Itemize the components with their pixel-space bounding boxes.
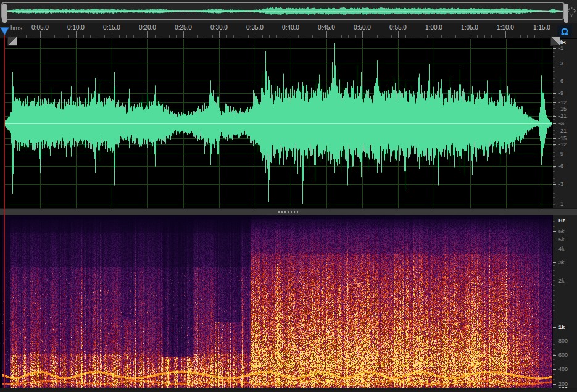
ruler-tick (284, 35, 284, 38)
scale-minor-tick (553, 145, 555, 146)
scale-minor-tick (553, 160, 555, 161)
hz-scale[interactable]: Hz 6k5k4k3k2k1k800600400200100 (553, 215, 577, 388)
scale-minor-tick (553, 193, 555, 194)
scale-label: -∞ (558, 120, 564, 127)
scale-label: -1 (558, 201, 563, 207)
ruler-tick (513, 35, 513, 38)
ruler-tick (248, 35, 249, 38)
scale-minor-tick (553, 340, 555, 340)
corner-grabber-right-icon[interactable] (550, 36, 560, 46)
scale-minor-tick (553, 251, 555, 251)
ruler-tick (377, 35, 378, 38)
scale-minor-tick (553, 141, 555, 142)
scale-label: 6k (558, 228, 565, 235)
ruler-tick (455, 35, 456, 38)
scale-minor-tick (553, 275, 555, 276)
scale-tick (553, 123, 556, 124)
scale-minor-tick (553, 75, 555, 75)
ruler-tick (520, 35, 521, 38)
scale-minor-tick (553, 149, 555, 149)
ruler-tick (470, 31, 470, 38)
ruler-tick (233, 35, 234, 38)
ruler-tick (477, 35, 478, 38)
scale-minor-tick (553, 152, 555, 153)
scale-minor-tick (553, 335, 555, 335)
bottom-margin (0, 388, 577, 392)
playhead-line[interactable] (4, 35, 5, 388)
scale-minor-tick (553, 349, 555, 350)
headphones-icon: Ω (561, 27, 568, 36)
ruler-tick (169, 35, 170, 38)
scale-minor-tick (553, 78, 555, 79)
visible-range-frame[interactable] (1, 2, 565, 20)
ruler-tick (463, 35, 463, 38)
ruler-tick (119, 35, 120, 38)
timeline-ruler[interactable]: hms 0:05.00:10.00:15.00:20.00:25.00:30.0… (0, 23, 577, 39)
ruler-tick (312, 35, 313, 38)
scale-minor-tick (553, 325, 555, 325)
ruler-tick (112, 31, 112, 38)
ruler-tick (449, 35, 449, 38)
ruler-tick (68, 35, 69, 38)
scale-tick (553, 327, 556, 328)
scale-label: 400 (558, 366, 568, 372)
scale-minor-tick (553, 134, 555, 135)
time-format-label: hms (10, 25, 22, 31)
scale-label: -21 (558, 113, 567, 119)
ruler-tick (384, 35, 384, 38)
scale-minor-tick (553, 221, 555, 222)
hz-scale-title: Hz (558, 217, 565, 223)
scale-tick (553, 369, 556, 370)
ruler-tick (226, 35, 227, 38)
scale-tick (553, 281, 556, 281)
time-label: 0:35.0 (246, 24, 264, 31)
waveform-display[interactable] (0, 39, 553, 208)
scale-label: -15 (558, 106, 567, 112)
overview-navigator[interactable] (0, 0, 577, 23)
range-handle-left[interactable] (2, 4, 7, 23)
scale-label: 600 (558, 352, 568, 358)
ruler-tick (427, 35, 428, 38)
scale-minor-tick (553, 320, 555, 320)
scale-tick (553, 109, 556, 109)
ruler-tick (348, 35, 349, 38)
ruler-tick (355, 35, 356, 38)
ruler-tick (527, 35, 528, 38)
panel-divider[interactable] (0, 208, 577, 215)
scale-minor-tick (553, 127, 555, 127)
divider-drag-handle[interactable] (278, 211, 299, 213)
time-label: 0:50.0 (354, 24, 371, 31)
scale-minor-tick (553, 246, 555, 246)
ruler-tick (420, 35, 420, 38)
scale-minor-tick (553, 175, 555, 175)
corner-grabber-left-icon[interactable] (7, 36, 17, 46)
db-scale[interactable]: dB -1-3-6-9-12-15-21-∞-21-15-12-9-6-3-1 (553, 39, 577, 208)
zoom-navigate-icon[interactable] (567, 6, 576, 17)
scale-minor-tick (553, 156, 555, 157)
scale-tick (553, 48, 556, 49)
scale-tick (553, 131, 556, 131)
scale-minor-tick (553, 178, 555, 179)
audio-editor: hms 0:05.00:10.00:15.00:20.00:25.00:30.0… (0, 0, 577, 392)
scale-minor-tick (553, 265, 555, 266)
scale-tick (553, 154, 556, 154)
scale-minor-tick (553, 226, 555, 227)
scale-tick (553, 204, 556, 204)
ruler-tick (54, 35, 55, 38)
scale-tick (553, 262, 556, 263)
scale-tick (553, 355, 556, 356)
scale-label: -21 (558, 128, 567, 134)
scale-minor-tick (553, 285, 555, 286)
spectral-display[interactable] (0, 215, 553, 388)
ruler-tick (33, 35, 33, 38)
ruler-tick (370, 35, 370, 38)
playhead-marker[interactable] (0, 27, 9, 35)
waveform-canvas[interactable] (4, 39, 552, 208)
scale-minor-tick (553, 236, 555, 236)
scale-minor-tick (553, 90, 555, 90)
scale-minor-tick (553, 261, 555, 261)
scale-tick (553, 138, 556, 139)
scale-minor-tick (553, 201, 555, 201)
scale-minor-tick (553, 164, 555, 164)
spectrogram-canvas[interactable] (2, 215, 552, 388)
